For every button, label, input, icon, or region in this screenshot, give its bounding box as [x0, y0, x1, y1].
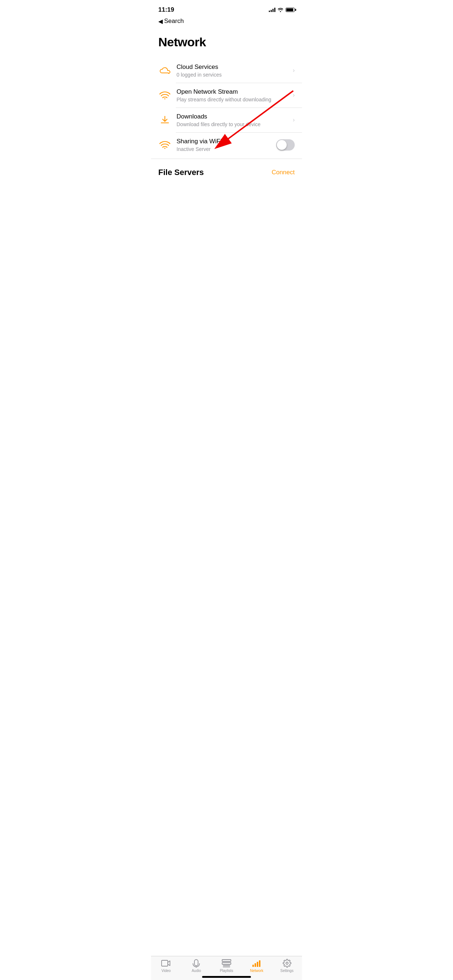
connect-button[interactable]: Connect — [272, 169, 295, 176]
battery-icon — [286, 8, 295, 12]
open-network-stream-title: Open Network Stream — [177, 88, 293, 96]
open-network-stream-text: Open Network Stream Play streams directl… — [177, 88, 293, 102]
chevron-right-icon: › — [293, 92, 295, 99]
main-content: Cloud Services 0 logged in services › Op… — [151, 58, 302, 183]
status-bar: 11:19 — [151, 0, 302, 16]
wifi-icon — [278, 8, 283, 12]
menu-list: Cloud Services 0 logged in services › Op… — [151, 58, 302, 157]
download-icon — [158, 113, 171, 127]
status-icons — [269, 8, 295, 12]
svg-point-1 — [164, 148, 166, 149]
svg-point-0 — [164, 99, 166, 100]
chevron-right-icon: › — [293, 67, 295, 74]
chevron-right-icon: › — [293, 117, 295, 123]
section-divider — [151, 159, 302, 159]
downloads-subtitle: Download files directly to your device — [177, 121, 293, 127]
sharing-wifi-toggle[interactable] — [276, 139, 295, 151]
sharing-wifi-text: Sharing via WiFi Inactive Server — [177, 137, 276, 152]
downloads-title: Downloads — [177, 113, 293, 121]
cloud-icon — [158, 64, 171, 77]
stream-icon — [158, 89, 171, 102]
file-servers-title: File Servers — [158, 168, 204, 177]
sharing-wifi-subtitle: Inactive Server — [177, 146, 276, 152]
cloud-services-title: Cloud Services — [177, 63, 293, 71]
open-network-stream-item[interactable]: Open Network Stream Play streams directl… — [151, 83, 302, 108]
back-arrow-icon: ◀ — [158, 18, 163, 25]
toggle-knob — [277, 140, 287, 150]
page-title: Network — [151, 28, 302, 58]
signal-icon — [269, 8, 275, 12]
cloud-services-text: Cloud Services 0 logged in services — [177, 63, 293, 78]
file-servers-section: File Servers Connect — [151, 161, 302, 183]
wifi-sharing-icon — [158, 138, 171, 151]
nav-back[interactable]: ◀ Search — [151, 16, 302, 28]
sharing-wifi-item[interactable]: Sharing via WiFi Inactive Server — [151, 132, 302, 157]
status-time: 11:19 — [158, 6, 174, 13]
downloads-text: Downloads Download files directly to you… — [177, 113, 293, 127]
sharing-wifi-title: Sharing via WiFi — [177, 137, 276, 145]
cloud-services-subtitle: 0 logged in services — [177, 72, 293, 78]
back-label: Search — [164, 18, 184, 25]
downloads-item[interactable]: Downloads Download files directly to you… — [151, 108, 302, 132]
cloud-services-item[interactable]: Cloud Services 0 logged in services › — [151, 58, 302, 83]
open-network-stream-subtitle: Play streams directly without downloadin… — [177, 97, 293, 102]
